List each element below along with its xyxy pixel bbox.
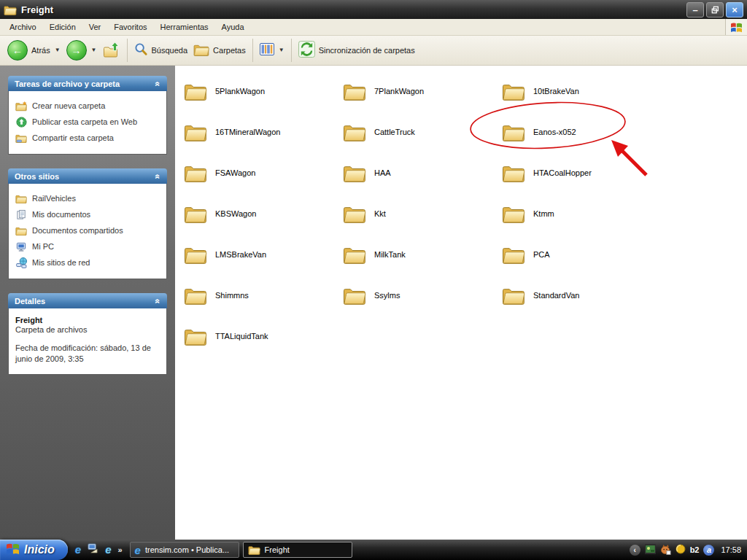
folder-grid: 5PlankWagon7PlankWagon10tBrakeVan16TMine…	[175, 65, 747, 540]
sidebar-item[interactable]: Compartir esta carpeta	[15, 130, 160, 146]
folders-label: Carpetas	[213, 46, 246, 55]
folder-item[interactable]: TTALiquidTank	[184, 316, 343, 357]
folders-button[interactable]: Carpetas	[190, 41, 249, 60]
views-button[interactable]: ▼	[257, 41, 287, 59]
folder-item[interactable]: HAA	[343, 152, 502, 193]
folder-label: 7PlankWagon	[374, 87, 424, 96]
sidebar-item[interactable]: Publicar esta carpeta en Web	[15, 114, 160, 130]
panel-header[interactable]: Otros sitios«	[8, 168, 167, 184]
emule-tray-icon[interactable]	[660, 544, 671, 556]
folder-item[interactable]: 7PlankWagon	[343, 71, 502, 112]
folder-icon	[184, 327, 207, 346]
back-button[interactable]: ← Atrás ▼	[4, 38, 63, 63]
title-bar: Freight – ×	[0, 0, 747, 19]
back-icon: ←	[7, 40, 28, 61]
toolbar-separator	[252, 39, 253, 62]
menu-item[interactable]: Herramientas	[154, 20, 215, 34]
folder-icon	[343, 163, 366, 182]
back-dropdown-icon[interactable]: ▼	[55, 47, 61, 53]
folder-item[interactable]: HTACoalHopper	[502, 152, 661, 193]
tray-collapse-chevron-icon[interactable]: ‹	[630, 545, 640, 556]
ie-icon: e	[135, 545, 141, 556]
sidebar-item[interactable]: Crear nueva carpeta	[15, 98, 160, 114]
sync-icon	[298, 41, 315, 59]
details-folder-name: Freight	[15, 315, 160, 324]
folder-item[interactable]: 16TMineralWagon	[184, 112, 343, 152]
folder-item[interactable]: 5PlankWagon	[184, 71, 343, 112]
folder-item[interactable]: PCA	[502, 234, 661, 275]
sync-label: Sincronización de carpetas	[319, 46, 415, 55]
panel-header[interactable]: Tareas de archivo y carpeta«	[8, 76, 167, 91]
restore-button[interactable]	[706, 2, 724, 18]
folder-item[interactable]: CattleTruck	[343, 112, 502, 152]
folder-label: Ssylms	[374, 291, 400, 300]
folder-item[interactable]: FSAWagon	[184, 152, 343, 193]
folder-item-eanos-x052[interactable]: Eanos-x052	[502, 112, 661, 152]
folder-item[interactable]: LMSBrakeVan	[184, 234, 343, 275]
up-button[interactable]	[100, 39, 123, 61]
panel-header[interactable]: Detalles«	[8, 293, 167, 308]
folder-item[interactable]: 10tBrakeVan	[502, 71, 661, 112]
menu-item[interactable]: Favoritos	[107, 20, 153, 34]
media-tray-icon[interactable]	[645, 544, 656, 556]
panel-body: RailVehiclesMis documentosDocumentos com…	[8, 184, 167, 279]
menu-item[interactable]: Ver	[82, 20, 108, 34]
search-button[interactable]: Búsqueda	[131, 40, 191, 60]
ie-alt-icon[interactable]: e	[105, 543, 111, 556]
sidebar-item[interactable]: Documentos compartidos	[15, 222, 160, 238]
taskbar-task-freight[interactable]: Freight	[243, 542, 352, 558]
folder-icon	[343, 82, 366, 101]
folder-item[interactable]: Ssylms	[343, 275, 502, 316]
folder-icon	[343, 204, 366, 223]
folder-label: StandardVan	[533, 291, 579, 300]
sidebar-item[interactable]: Mi PC	[15, 238, 160, 254]
folder-up-icon	[103, 42, 120, 59]
folder-icon	[15, 192, 27, 204]
folder-icon	[184, 245, 207, 264]
views-icon	[260, 43, 274, 57]
folder-label: Eanos-x052	[533, 128, 576, 136]
sidebar-item-label: Publicar esta carpeta en Web	[32, 117, 137, 126]
publish-web-icon	[15, 116, 27, 128]
sidebar-item[interactable]: RailVehicles	[15, 190, 160, 206]
ie-icon[interactable]: e	[75, 543, 81, 556]
folder-item[interactable]: MilkTank	[343, 234, 502, 275]
gold-tray-icon[interactable]	[676, 544, 686, 556]
quick-launch-overflow-chevron[interactable]: »	[117, 545, 122, 554]
show-desktop-icon[interactable]	[88, 543, 98, 556]
sidebar-item-label: Mi PC	[32, 242, 54, 251]
menu-item[interactable]: Ayuda	[215, 20, 251, 34]
forward-button[interactable]: → ▼	[63, 38, 100, 63]
folder-icon	[502, 286, 525, 305]
folder-item[interactable]: Ktmm	[502, 193, 661, 234]
tray-b2-badge[interactable]: b2	[690, 545, 700, 554]
sidebar-item[interactable]: Mis sitios de red	[15, 254, 160, 271]
folder-item[interactable]: StandardVan	[502, 275, 661, 316]
menu-item[interactable]: Archivo	[3, 20, 43, 34]
chevron-up-icon[interactable]: «	[153, 81, 163, 86]
chevron-up-icon[interactable]: «	[153, 298, 163, 303]
folder-label: FSAWagon	[215, 168, 255, 177]
folder-icon	[343, 245, 366, 264]
avast-tray-icon[interactable]: a	[703, 545, 714, 556]
close-button[interactable]: ×	[726, 2, 743, 18]
folder-icon	[184, 82, 207, 101]
sidebar-item[interactable]: Mis documentos	[15, 206, 160, 222]
sync-button[interactable]: Sincronización de carpetas	[295, 39, 418, 61]
start-button[interactable]: Inicio	[0, 540, 68, 560]
forward-dropdown-icon[interactable]: ▼	[91, 47, 97, 53]
taskbar-clock[interactable]: 17:58	[721, 545, 741, 554]
folder-item[interactable]: KBSWagon	[184, 193, 343, 234]
folder-item[interactable]: Kkt	[343, 193, 502, 234]
folder-item[interactable]: Shimmns	[184, 275, 343, 316]
menu-item[interactable]: Edición	[43, 20, 82, 34]
views-dropdown-icon[interactable]: ▼	[279, 47, 285, 53]
minimize-button[interactable]: –	[686, 2, 704, 18]
sidebar-item-label: Mis sitios de red	[32, 258, 90, 267]
window-title: Freight	[21, 4, 684, 15]
folder-label: HTACoalHopper	[533, 168, 592, 177]
shared-docs-icon	[15, 225, 27, 236]
folder-icon	[502, 163, 525, 182]
taskbar-task-trensim[interactable]: etrensim.com • Publica...	[130, 542, 239, 558]
chevron-up-icon[interactable]: «	[153, 174, 163, 179]
